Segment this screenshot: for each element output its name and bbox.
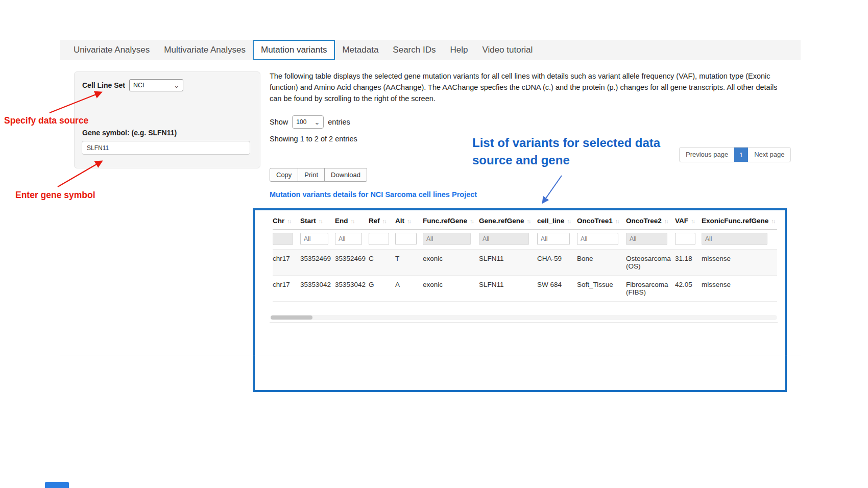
next-page-button[interactable]: Next page <box>748 148 790 162</box>
showing-entries-text: Showing 1 to 2 of 2 entries <box>270 135 357 143</box>
gene-symbol-input[interactable] <box>82 141 250 155</box>
page-1-button[interactable]: 1 <box>734 148 748 162</box>
column-header-exonicfunc-refgene[interactable]: ExonicFunc.refGene↑↓ <box>702 212 777 230</box>
cell-ref: C <box>369 250 395 276</box>
tab-multivariate-analyses[interactable]: Multivariate Analyses <box>157 40 253 60</box>
filter-exonicfunc-input[interactable] <box>702 233 767 245</box>
table-row: chr17 35353042 35353042 G A exonic SLFN1… <box>273 276 777 302</box>
column-header-vaf[interactable]: VAF↑↓ <box>675 212 702 230</box>
cell-alt: T <box>395 250 423 276</box>
table-row: chr17 35352469 35352469 C T exonic SLFN1… <box>273 250 777 276</box>
show-label: Show <box>270 118 288 126</box>
sort-icon: ↑↓ <box>407 218 411 224</box>
blue-arrow-to-table <box>543 176 562 203</box>
export-button-group: Copy Print Download <box>270 168 367 182</box>
cell-oncotree1: Bone <box>577 250 626 276</box>
scrollbar-thumb[interactable] <box>271 315 312 320</box>
sort-icon: ↑↓ <box>287 218 291 224</box>
table-title-link[interactable]: Mutation variants details for NCI Sarcom… <box>270 190 477 199</box>
partial-element <box>45 482 69 488</box>
page-size-select[interactable]: 100 ⌄ <box>292 115 324 129</box>
table-filter-row <box>273 230 777 250</box>
tab-metadata[interactable]: Metadata <box>335 40 385 60</box>
filter-gene-refgene-input[interactable] <box>479 233 529 245</box>
filter-vaf-input[interactable] <box>675 233 695 245</box>
cell-end: 35353042 <box>335 276 369 302</box>
download-button[interactable]: Download <box>324 168 367 182</box>
annotation-enter-gene-symbol: Enter gene symbol <box>15 190 95 201</box>
filter-oncotree2-input[interactable] <box>626 233 667 245</box>
annotation-specify-data-source: Specify data source <box>4 115 88 126</box>
show-entries-control: Show 100 ⌄ entries <box>270 115 350 129</box>
cell-cell-line: CHA-59 <box>537 250 577 276</box>
column-header-func-refgene[interactable]: Func.refGene↑↓ <box>423 212 479 230</box>
cell-start: 35353042 <box>300 276 335 302</box>
page-divider <box>60 355 801 355</box>
filter-ref-input[interactable] <box>369 233 389 245</box>
cell-exonicfunc: missense <box>702 276 777 302</box>
cell-line-set-value: NCI <box>133 82 144 89</box>
gene-symbol-label: Gene symbol: (e.g. SLFN11) <box>82 129 177 137</box>
variants-table: Chr↑↓ Start↑↓ End↑↓ Ref↑↓ Alt↑↓ Func.ref… <box>273 212 777 302</box>
controls-panel: Cell Line Set NCI ⌄ Gene symbol: (e.g. S… <box>74 71 260 168</box>
sort-icon: ↑↓ <box>771 218 775 224</box>
tab-search-ids[interactable]: Search IDs <box>385 40 443 60</box>
filter-end-input[interactable] <box>335 233 362 245</box>
cell-oncotree1: Soft_Tissue <box>577 276 626 302</box>
filter-chr-input[interactable] <box>273 233 293 245</box>
cell-oncotree2: Osteosarcoma (OS) <box>626 250 675 276</box>
sort-icon: ↑↓ <box>691 218 694 224</box>
tab-univariate-analyses[interactable]: Univariate Analyses <box>66 40 157 60</box>
description-text: The following table displays the selecte… <box>270 70 779 105</box>
page: Univariate Analyses Multivariate Analyse… <box>0 0 868 488</box>
column-header-end[interactable]: End↑↓ <box>335 212 369 230</box>
sort-icon: ↑↓ <box>319 218 322 224</box>
sort-icon: ↑↓ <box>664 218 668 224</box>
cell-cell-line: SW 684 <box>537 276 577 302</box>
cell-gene-refgene: SLFN11 <box>479 250 537 276</box>
tab-mutation-variants[interactable]: Mutation variants <box>253 40 335 60</box>
filter-func-refgene-input[interactable] <box>423 233 471 245</box>
tab-help[interactable]: Help <box>443 40 475 60</box>
tab-video-tutorial[interactable]: Video tutorial <box>475 40 540 60</box>
cell-func-refgene: exonic <box>423 276 479 302</box>
filter-cell-line-input[interactable] <box>537 233 570 245</box>
column-header-gene-refgene[interactable]: Gene.refGene↑↓ <box>479 212 537 230</box>
cell-alt: A <box>395 276 423 302</box>
column-header-chr[interactable]: Chr↑↓ <box>273 212 300 230</box>
sort-icon: ↑↓ <box>382 218 386 224</box>
cell-line-set-select[interactable]: NCI ⌄ <box>129 79 183 91</box>
annotation-list-of-variants: List of variants for selected data sourc… <box>472 134 677 169</box>
entries-label: entries <box>328 118 350 126</box>
table-bottom-border <box>270 322 778 323</box>
column-header-start[interactable]: Start↑↓ <box>300 212 335 230</box>
cell-chr: chr17 <box>273 276 300 302</box>
sort-icon: ↑↓ <box>567 218 570 224</box>
column-header-oncotree2[interactable]: OncoTree2↑↓ <box>626 212 675 230</box>
filter-start-input[interactable] <box>300 233 328 245</box>
column-header-ref[interactable]: Ref↑↓ <box>369 212 395 230</box>
cell-line-set-label: Cell Line Set <box>82 81 125 89</box>
column-header-oncotree1[interactable]: OncoTree1↑↓ <box>577 212 626 230</box>
column-header-cell-line[interactable]: cell_line↑↓ <box>537 212 577 230</box>
filter-oncotree1-input[interactable] <box>577 233 618 245</box>
cell-oncotree2: Fibrosarcoma (FIBS) <box>626 276 675 302</box>
filter-alt-input[interactable] <box>395 233 417 245</box>
sort-icon: ↑↓ <box>615 218 619 224</box>
previous-page-button[interactable]: Previous page <box>680 148 734 162</box>
cell-start: 35352469 <box>300 250 335 276</box>
print-button[interactable]: Print <box>298 168 325 182</box>
table-header-row: Chr↑↓ Start↑↓ End↑↓ Ref↑↓ Alt↑↓ Func.ref… <box>273 212 777 230</box>
cell-end: 35352469 <box>335 250 369 276</box>
main-nav: Univariate Analyses Multivariate Analyse… <box>60 40 801 60</box>
page-size-value: 100 <box>296 118 306 126</box>
cell-vaf: 42.05 <box>675 276 702 302</box>
horizontal-scrollbar[interactable] <box>271 315 777 320</box>
cell-func-refgene: exonic <box>423 250 479 276</box>
copy-button[interactable]: Copy <box>270 168 298 182</box>
pagination: Previous page 1 Next page <box>679 147 791 162</box>
cell-gene-refgene: SLFN11 <box>479 276 537 302</box>
column-header-alt[interactable]: Alt↑↓ <box>395 212 423 230</box>
chevron-down-icon: ⌄ <box>314 119 320 126</box>
sort-icon: ↑↓ <box>527 218 531 224</box>
